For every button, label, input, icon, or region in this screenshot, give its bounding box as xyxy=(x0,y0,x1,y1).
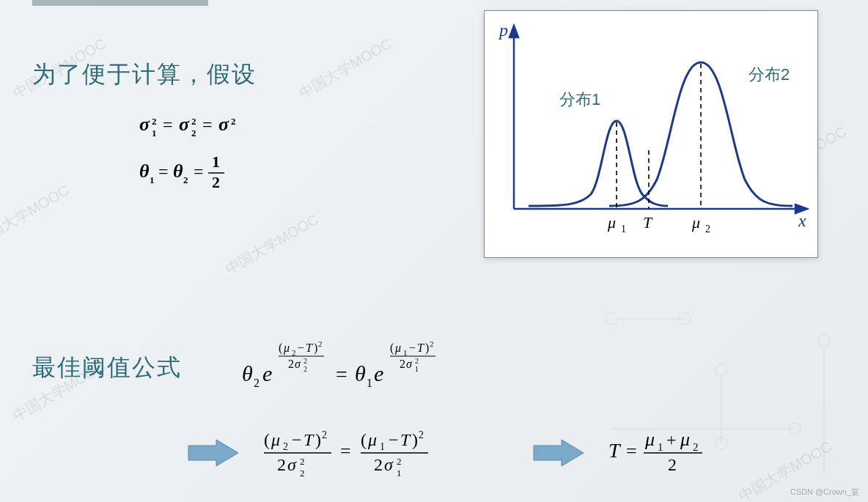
svg-text:σ: σ xyxy=(218,114,229,135)
svg-text:2: 2 xyxy=(304,365,307,373)
svg-text:2: 2 xyxy=(288,358,294,370)
svg-text:2: 2 xyxy=(300,456,305,467)
svg-text:): ) xyxy=(315,430,321,449)
svg-text:e: e xyxy=(262,361,272,385)
svg-text:2: 2 xyxy=(400,358,405,370)
svg-text:−: − xyxy=(298,342,304,354)
svg-text:2: 2 xyxy=(191,128,196,139)
svg-text:2: 2 xyxy=(693,441,699,453)
mu2-label: μ xyxy=(691,213,700,232)
svg-point-5 xyxy=(818,335,830,347)
svg-text:(: ( xyxy=(361,430,367,449)
svg-text:T: T xyxy=(608,439,622,462)
x-axis-label: x xyxy=(798,211,806,230)
equation-main: θ 2 e ( μ 2 − T ) 2 2 σ 2 2 = θ 1 e ( μ … xyxy=(242,337,506,403)
svg-point-4 xyxy=(789,423,801,435)
svg-text:θ: θ xyxy=(139,160,150,182)
equation-result: T = μ 1 + μ 2 2 xyxy=(608,425,770,484)
svg-text:μ: μ xyxy=(644,429,655,450)
svg-text:θ: θ xyxy=(173,160,183,182)
svg-text:σ: σ xyxy=(287,455,297,474)
svg-text:e: e xyxy=(374,361,383,385)
assumption-heading: 为了便于计算，假设 xyxy=(32,59,257,91)
svg-text:−: − xyxy=(292,430,302,449)
svg-text:σ: σ xyxy=(139,114,150,135)
svg-marker-82 xyxy=(534,440,584,466)
svg-text:=: = xyxy=(336,363,347,385)
svg-text:μ: μ xyxy=(680,429,690,450)
svg-text:θ: θ xyxy=(242,361,253,385)
watermark: 中国大学MOOC xyxy=(0,180,73,249)
svg-text:θ: θ xyxy=(355,361,366,385)
svg-text:=: = xyxy=(163,115,173,134)
svg-text:σ: σ xyxy=(179,114,190,135)
svg-text:1: 1 xyxy=(152,128,157,139)
svg-text:(: ( xyxy=(279,342,282,355)
svg-text:(: ( xyxy=(264,430,270,449)
svg-text:2: 2 xyxy=(183,174,188,185)
svg-text:(: ( xyxy=(390,342,394,355)
svg-text:=: = xyxy=(194,162,204,181)
svg-text:1: 1 xyxy=(150,174,155,185)
svg-text:σ: σ xyxy=(406,358,413,370)
svg-point-0 xyxy=(606,313,617,325)
svg-text:+: + xyxy=(666,430,677,449)
svg-text:): ) xyxy=(412,430,418,449)
svg-text:μ: μ xyxy=(394,342,401,355)
arrow-icon xyxy=(532,438,586,468)
equation-sigma: σ 2 1 = σ 2 2 = σ 2 xyxy=(139,110,286,139)
svg-text:μ: μ xyxy=(367,430,377,449)
svg-text:−: − xyxy=(389,430,399,449)
distribution-chart: p x μ 1 T μ 2 分布1 分布2 xyxy=(484,10,818,258)
mu1-label: μ xyxy=(607,213,616,232)
svg-text:1: 1 xyxy=(212,152,220,171)
svg-text:2: 2 xyxy=(277,455,286,474)
svg-text:μ: μ xyxy=(283,342,290,355)
svg-text:2: 2 xyxy=(212,173,220,191)
svg-text:1: 1 xyxy=(397,468,402,479)
svg-text:2: 2 xyxy=(304,357,307,365)
svg-text:2: 2 xyxy=(231,116,236,127)
svg-text:2: 2 xyxy=(430,339,434,348)
svg-text:2: 2 xyxy=(415,357,419,365)
svg-text:2: 2 xyxy=(318,339,323,348)
formula-heading: 最佳阈值公式 xyxy=(32,352,182,384)
svg-text:2: 2 xyxy=(300,468,305,479)
svg-text:1: 1 xyxy=(415,365,419,373)
equation-step: ( μ 2 − T ) 2 2 σ 2 2 = ( μ 1 − T ) 2 2 … xyxy=(264,425,513,484)
svg-text:2: 2 xyxy=(668,455,677,474)
svg-text:=: = xyxy=(340,440,351,462)
svg-text:=: = xyxy=(626,440,637,462)
svg-text:=: = xyxy=(158,162,169,181)
svg-text:2: 2 xyxy=(254,377,260,389)
svg-text:1: 1 xyxy=(658,441,663,453)
svg-text:T: T xyxy=(400,430,411,449)
dist2-label: 分布2 xyxy=(749,65,790,84)
svg-marker-56 xyxy=(188,440,238,466)
svg-text:1: 1 xyxy=(367,377,372,389)
svg-text:T: T xyxy=(417,342,424,354)
watermark: 中国大学MOOC xyxy=(295,34,396,103)
equation-theta: θ 1 = θ 2 = 1 2 xyxy=(139,152,286,193)
svg-text:T: T xyxy=(306,342,313,354)
y-axis-label: p xyxy=(498,21,508,40)
svg-point-2 xyxy=(716,364,727,376)
svg-text:): ) xyxy=(425,342,429,355)
svg-text:2: 2 xyxy=(191,116,196,127)
svg-text:): ) xyxy=(314,342,317,355)
svg-text:−: − xyxy=(409,342,416,354)
svg-text:1: 1 xyxy=(403,348,408,357)
svg-text:1: 1 xyxy=(621,224,626,235)
svg-text:2: 2 xyxy=(419,429,424,440)
svg-text:2: 2 xyxy=(397,456,402,467)
T-label: T xyxy=(643,213,653,232)
svg-marker-93 xyxy=(510,26,518,37)
svg-text:μ: μ xyxy=(271,430,280,449)
svg-text:1: 1 xyxy=(380,441,385,452)
top-accent-bar xyxy=(32,0,208,6)
svg-text:2: 2 xyxy=(705,224,710,235)
watermark: 中国大学MOOC xyxy=(222,210,323,278)
arrow-icon xyxy=(187,438,241,468)
svg-text:2: 2 xyxy=(152,116,157,127)
svg-text:2: 2 xyxy=(374,455,383,474)
